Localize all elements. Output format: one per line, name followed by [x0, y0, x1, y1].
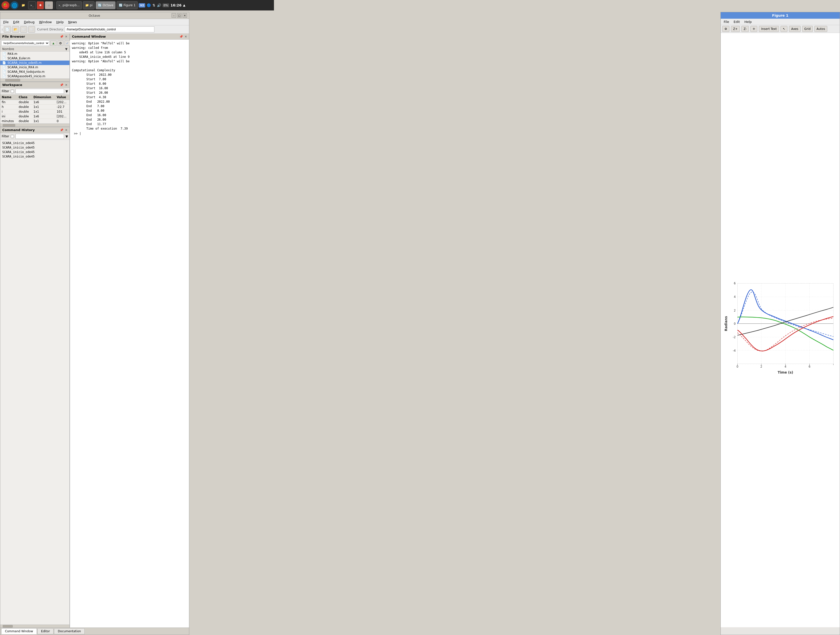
file-name: SCARA_inicio_RK4.m	[8, 65, 38, 69]
file-list-header: Nombre ▼	[0, 47, 69, 52]
table-row[interactable]: ini double 1x6 [202...	[0, 114, 69, 119]
current-dir-label: Current Directory:	[37, 28, 64, 31]
workspace-header: Workspace 📌 ✕	[0, 82, 69, 88]
file-browser-toolbar: he/pi/Documents/Incluido_control ▲ ⚙ ✓	[0, 40, 69, 47]
ch-filter-input[interactable]	[16, 134, 64, 139]
octave-taskbar-btn[interactable]: 🔄 Octave	[96, 1, 115, 9]
list-item[interactable]: SCARA_inicio_ode45	[1, 145, 68, 150]
figure1-taskbar-icon: 🔄	[119, 3, 123, 7]
fb-check-btn[interactable]: ✓	[65, 40, 70, 46]
file-name: SCARA_inicio_ode45.m	[8, 61, 42, 65]
file-item[interactable]: 📄 SCARApasode45_inicio.m	[0, 74, 69, 79]
raspberry-icon[interactable]: 🍓	[2, 1, 9, 9]
octave-taskbar-icon: 🔄	[98, 3, 102, 7]
file-name: SCARApasode45_inicio.m	[8, 74, 45, 78]
menu-file[interactable]: File	[1, 19, 11, 25]
file-list: 📄 RK4.m 📄 SCARA_Euler.m 📄 SCARA_inicio_o…	[0, 52, 69, 79]
menu-debug[interactable]: Debug	[22, 19, 36, 25]
ws-close-icon[interactable]: ✕	[65, 83, 68, 87]
network-icon[interactable]: ⇅	[152, 3, 155, 7]
terminal-window-btn[interactable]: >_ pi@raspb...	[56, 1, 82, 9]
paste-btn[interactable]: ⬜	[28, 26, 35, 33]
ch-pin-icon[interactable]: 📌	[60, 128, 63, 132]
maximize-btn[interactable]: □	[177, 13, 182, 18]
right-panel: Command Window 📌 ✕ warning: Option "RelT…	[70, 34, 189, 207]
file-browser-panel: File Browser 📌 ✕ he/pi/Documents/Incluid…	[0, 34, 69, 82]
file-item-selected[interactable]: 📄 SCARA_inicio_ode45.m	[0, 60, 69, 65]
figure1-taskbar-label: Figure 1	[123, 3, 136, 7]
command-window-output[interactable]: warning: Option "RelTol" will be warning…	[70, 40, 189, 207]
v2-icon[interactable]: V2	[139, 3, 145, 8]
terminal-btn[interactable]: >_	[28, 1, 36, 9]
battery-icon[interactable]: 0%	[163, 3, 169, 7]
menu-edit[interactable]: Edit	[11, 19, 21, 25]
table-row[interactable]: fin double 1x6 [202...	[0, 100, 69, 105]
cw-pin-icon[interactable]: 📌	[179, 35, 183, 38]
list-item[interactable]: SCARA_inicio_ode45	[1, 154, 68, 159]
ws-filter-checkbox[interactable]	[11, 90, 14, 93]
star-btn[interactable]: ✱	[37, 1, 44, 9]
list-item[interactable]: SCARA_inicio_ode45	[1, 141, 68, 145]
cmd-prompt[interactable]: >> |	[72, 131, 187, 136]
ch-list: SCARA_inicio_ode45 SCARA_inicio_ode45 SC…	[0, 140, 69, 207]
ws-col-value[interactable]: Value	[55, 95, 69, 100]
pi-folder-btn[interactable]: 📁 pi	[83, 1, 95, 9]
octave-window: Octave – □ ✕ File Edit Debug Window Help…	[0, 12, 189, 207]
ch-filter-checkbox[interactable]	[11, 135, 14, 138]
menu-news[interactable]: News	[66, 19, 79, 25]
ws-name: fin	[0, 100, 17, 105]
octave-titlebar: Octave – □ ✕	[0, 12, 189, 19]
ws-scrollbar[interactable]	[0, 124, 69, 127]
file-icon: 📄	[2, 57, 6, 60]
fb-close-icon[interactable]: ✕	[65, 35, 68, 38]
close-btn[interactable]: ✕	[183, 13, 187, 18]
sort-arrow[interactable]: ▼	[65, 48, 68, 51]
ws-class: double	[17, 105, 32, 109]
ws-col-name[interactable]: Name	[0, 95, 17, 100]
file-item[interactable]: 📄 RK4.m	[0, 52, 69, 56]
content-area: File Browser 📌 ✕ he/pi/Documents/Incluid…	[0, 34, 189, 207]
ws-filter-input[interactable]	[16, 89, 64, 94]
file-icon: 📄	[2, 70, 6, 73]
file-item[interactable]: 📄 SCARA_inicio_RK4.m	[0, 65, 69, 70]
volume-icon[interactable]: 🔊	[157, 3, 161, 7]
ch-close-icon[interactable]: ✕	[65, 128, 68, 132]
fb-pin-icon[interactable]: 📌	[60, 35, 63, 38]
globe-icon[interactable]: 🌐	[11, 1, 19, 9]
bluetooth-icon[interactable]: 🔵	[147, 3, 151, 7]
copy-btn[interactable]: ⬜	[20, 26, 27, 33]
fb-up-btn[interactable]: ▲	[50, 40, 57, 46]
ws-dim: 1x1	[32, 109, 55, 114]
open-file-btn[interactable]: 📂	[12, 26, 19, 33]
menu-window[interactable]: Window	[37, 19, 54, 25]
window-controls: – □ ✕	[172, 13, 187, 18]
figure1-taskbar-btn[interactable]: 🔄 Figure 1	[117, 1, 138, 9]
ch-dropdown-icon[interactable]: ▼	[65, 135, 68, 138]
fb-scrollbar[interactable]	[0, 79, 69, 81]
new-file-btn[interactable]: 📄	[4, 26, 11, 33]
cmd-output-text: warning: Option "RelTol" will be warning…	[72, 41, 187, 131]
menu-help[interactable]: Help	[54, 19, 66, 25]
current-dir-input[interactable]	[65, 27, 155, 32]
minimize-btn[interactable]: –	[172, 13, 176, 18]
wolf-btn[interactable]: 🐺	[45, 1, 53, 9]
table-row[interactable]: minutos double 1x1 0	[0, 119, 69, 124]
ws-col-dimension[interactable]: Dimension	[32, 95, 55, 100]
cw-close-icon[interactable]: ✕	[185, 35, 187, 38]
up-arrow-icon[interactable]: ▲	[183, 3, 185, 7]
file-item[interactable]: 📄 SCARA_RK4_todojunto.m	[0, 70, 69, 74]
ws-pin-icon[interactable]: 📌	[60, 83, 63, 87]
ws-col-class[interactable]: Class	[17, 95, 32, 100]
file-icon: 📄	[2, 52, 6, 55]
file-col-nombre: Nombre	[2, 48, 14, 51]
ws-val: 101	[55, 109, 69, 114]
fb-settings-btn[interactable]: ⚙	[57, 40, 63, 46]
file-item[interactable]: 📄 SCARA_Euler.m	[0, 56, 69, 60]
table-row[interactable]: i double 1x1 101	[0, 109, 69, 114]
workspace-table: Name Class Dimension Value fin double 1x…	[0, 95, 69, 124]
list-item[interactable]: SCARA_inicio_ode45	[1, 150, 68, 154]
folder-btn[interactable]: 📁	[19, 1, 27, 9]
ws-dropdown-icon[interactable]: ▼	[65, 89, 68, 93]
table-row[interactable]: h double 1x1 -22.7	[0, 105, 69, 109]
fb-path-select[interactable]: he/pi/Documents/Incluido_control	[1, 40, 49, 46]
